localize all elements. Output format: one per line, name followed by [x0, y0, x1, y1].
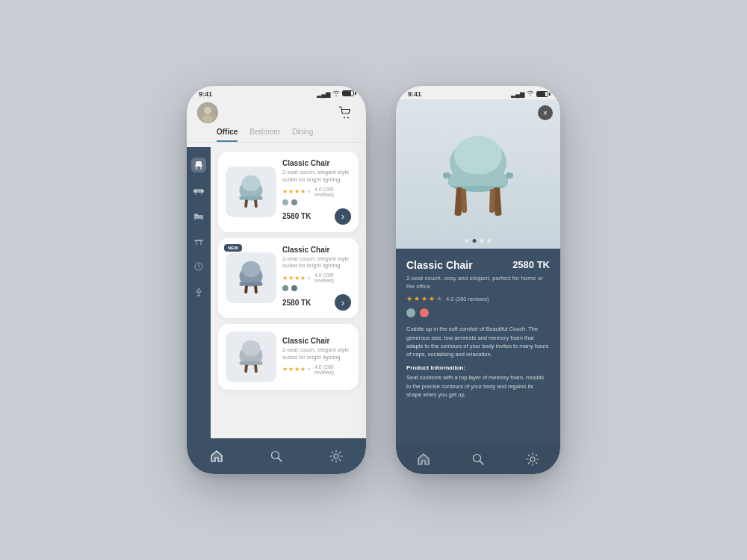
color-options-2	[282, 285, 351, 291]
tab-office[interactable]: Office	[217, 128, 238, 142]
tab-dining[interactable]: Dining	[292, 128, 313, 142]
star-empty: ★	[306, 188, 311, 195]
sidebar-icon-lamp[interactable]	[191, 284, 206, 299]
color-options-1	[282, 199, 351, 205]
user-avatar[interactable]	[197, 102, 218, 123]
star: ★	[300, 275, 306, 281]
sidebar	[187, 147, 211, 468]
cart-button[interactable]	[335, 102, 356, 123]
nav-search-right[interactable]	[466, 447, 490, 471]
detail-star: ★	[421, 295, 427, 302]
dot-1[interactable]	[465, 239, 469, 243]
price-1: 2580 TK	[282, 212, 311, 220]
price-row-1: 2580 TK ›	[282, 208, 351, 225]
detail-star: ★	[429, 295, 435, 302]
detail-description: Cuddle up in the soft comfort of Beautif…	[406, 325, 550, 358]
star-empty: ★	[306, 366, 311, 373]
wifi-icon	[332, 90, 340, 98]
sidebar-icon-table[interactable]	[191, 234, 206, 249]
nav-home-left[interactable]	[205, 444, 229, 468]
svg-point-3	[344, 117, 345, 119]
product-name-2: Classic Chair	[282, 246, 351, 254]
svg-rect-55	[506, 172, 513, 178]
category-tabs: Office Bedroom Dining	[187, 128, 366, 143]
phone-header-left	[187, 99, 366, 128]
svg-rect-6	[195, 165, 202, 167]
svg-rect-58	[461, 189, 467, 213]
phone-body: Classic Chair 2-seat couch, elegant styl…	[187, 147, 366, 468]
product-image-3	[226, 332, 276, 382]
color-dot-4[interactable]	[291, 285, 297, 291]
color-dot-2[interactable]	[291, 199, 297, 205]
detail-product-price: 2580 TK	[512, 259, 550, 270]
dot-4[interactable]	[488, 239, 492, 243]
svg-rect-32	[240, 196, 263, 200]
svg-rect-59	[489, 189, 495, 213]
product-image-2	[226, 252, 276, 303]
status-icons-right: ▂▄▆	[511, 90, 548, 98]
svg-rect-43	[260, 354, 263, 356]
signal-icon: ▂▄▆	[317, 91, 330, 98]
detail-color-teal[interactable]	[406, 308, 415, 317]
app-container: 9:41 ▂▄▆	[187, 86, 560, 474]
product-name-1: Classic Chair	[282, 159, 351, 167]
svg-point-49	[334, 454, 338, 458]
nav-search-left[interactable]	[264, 444, 288, 468]
svg-rect-46	[240, 361, 263, 365]
detail-star: ★	[414, 295, 420, 302]
tab-bedroom[interactable]: Bedroom	[249, 128, 280, 142]
detail-color-options	[406, 308, 550, 317]
detail-color-red[interactable]	[420, 308, 429, 317]
rating-text-2: 4.0 (260 reviews)	[314, 273, 351, 283]
price-row-2: 2580 TK ›	[282, 294, 351, 311]
color-dot-3[interactable]	[282, 285, 288, 291]
detail-rating: 4.0 (260 reviews)	[446, 296, 489, 302]
svg-rect-35	[240, 275, 243, 277]
status-bar-left: 9:41 ▂▄▆	[187, 86, 366, 99]
add-to-cart-2[interactable]: ›	[335, 294, 351, 311]
nav-home-right[interactable]	[412, 447, 436, 471]
status-time-right: 9:41	[408, 90, 421, 98]
svg-rect-42	[240, 354, 243, 356]
dot-2[interactable]	[473, 239, 477, 243]
star: ★	[294, 188, 300, 195]
product-card-3[interactable]: Classic Chair 2-seat couch, elegant styl…	[218, 324, 359, 390]
product-desc-1: 2-seat couch, elegant style suited for b…	[282, 169, 351, 184]
sidebar-icon-bed[interactable]	[191, 208, 206, 223]
svg-point-34	[241, 261, 260, 277]
svg-rect-28	[240, 189, 243, 191]
nav-settings-left[interactable]	[324, 444, 348, 468]
price-2: 2580 TK	[282, 299, 311, 307]
detail-subtitle: 2-seat couch, cosy and elegant, perfect …	[406, 274, 550, 290]
star-empty: ★	[306, 275, 311, 281]
svg-line-23	[199, 267, 200, 267]
sidebar-icon-sofa[interactable]	[191, 183, 206, 198]
product-card-2[interactable]: NEW Classic Chair	[218, 238, 359, 319]
star: ★	[288, 275, 294, 281]
dot-3[interactable]	[480, 239, 484, 243]
status-icons-left: ▂▄▆	[317, 90, 354, 98]
svg-point-41	[241, 340, 260, 356]
sidebar-icon-clock[interactable]	[191, 259, 206, 274]
detail-title-row: Classic Chair 2580 TK	[406, 259, 550, 271]
star: ★	[288, 188, 294, 195]
nav-settings-right[interactable]	[521, 447, 545, 471]
wifi-icon-right	[527, 90, 534, 98]
add-to-cart-1[interactable]: ›	[335, 208, 351, 225]
product-info-2: Classic Chair 2-seat couch, elegant styl…	[282, 246, 351, 311]
svg-rect-11	[202, 190, 204, 193]
battery-icon-left	[342, 90, 354, 98]
star: ★	[282, 275, 288, 281]
stars-2: ★ ★ ★ ★ ★ 4.0 (260 reviews)	[282, 273, 351, 283]
color-dot-1[interactable]	[282, 199, 288, 205]
star: ★	[282, 366, 288, 373]
stars-3: ★ ★ ★ ★ ★ 4.0 (260 reviews)	[282, 364, 351, 375]
new-badge-2: NEW	[224, 244, 242, 252]
detail-star: ★	[406, 295, 412, 302]
product-card-1[interactable]: Classic Chair 2-seat couch, elegant styl…	[218, 152, 359, 232]
detail-stars: ★ ★ ★ ★ ★ 4.0 (260 reviews)	[406, 295, 550, 302]
close-button[interactable]: ×	[538, 105, 553, 120]
svg-rect-15	[194, 214, 198, 216]
product-info-3: Classic Chair 2-seat couch, elegant styl…	[282, 337, 351, 377]
sidebar-icon-chair[interactable]	[191, 158, 206, 172]
